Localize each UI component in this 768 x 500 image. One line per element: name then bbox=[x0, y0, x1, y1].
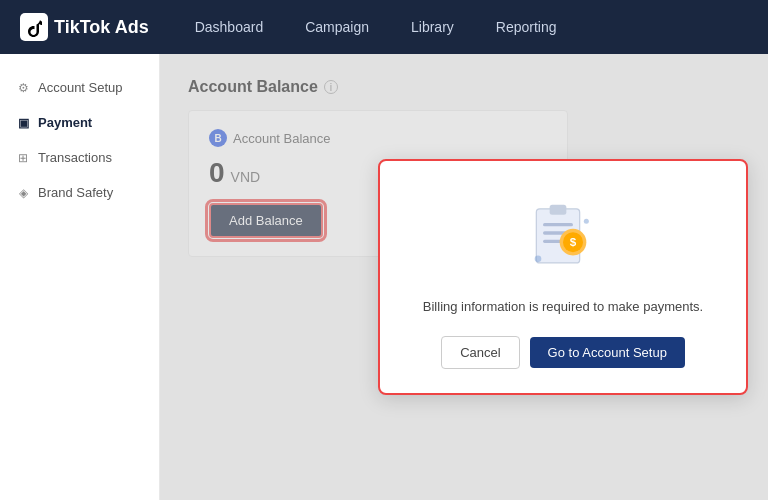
sidebar-item-payment[interactable]: ▣ Payment bbox=[0, 105, 159, 140]
sidebar: ⚙ Account Setup ▣ Payment ⊞ Transactions… bbox=[0, 54, 160, 500]
svg-rect-4 bbox=[543, 223, 573, 226]
shield-icon: ◈ bbox=[16, 186, 30, 200]
sidebar-item-label: Transactions bbox=[38, 150, 112, 165]
nav-dashboard[interactable]: Dashboard bbox=[189, 15, 270, 39]
logo: TikTok Ads bbox=[20, 13, 149, 41]
svg-point-10 bbox=[535, 256, 542, 263]
sidebar-item-account-setup[interactable]: ⚙ Account Setup bbox=[0, 70, 159, 105]
nav-reporting[interactable]: Reporting bbox=[490, 15, 563, 39]
sidebar-item-label: Payment bbox=[38, 115, 92, 130]
billing-illustration: $ bbox=[513, 193, 613, 283]
billing-dialog: $ Billing information is required to mak… bbox=[378, 159, 748, 395]
sidebar-item-transactions[interactable]: ⊞ Transactions bbox=[0, 140, 159, 175]
dialog-message: Billing information is required to make … bbox=[423, 299, 703, 314]
payment-icon: ▣ bbox=[16, 116, 30, 130]
svg-rect-3 bbox=[550, 205, 567, 215]
content-area: Account Balance i B Account Balance 0 VN… bbox=[160, 54, 768, 500]
overlay: $ Billing information is required to mak… bbox=[160, 54, 768, 500]
sidebar-item-brand-safety[interactable]: ◈ Brand Safety bbox=[0, 175, 159, 210]
sidebar-item-label: Account Setup bbox=[38, 80, 123, 95]
nav-library[interactable]: Library bbox=[405, 15, 460, 39]
nav-campaign[interactable]: Campaign bbox=[299, 15, 375, 39]
top-navigation: TikTok Ads Dashboard Campaign Library Re… bbox=[0, 0, 768, 54]
grid-icon: ⊞ bbox=[16, 151, 30, 165]
main-layout: ⚙ Account Setup ▣ Payment ⊞ Transactions… bbox=[0, 54, 768, 500]
goto-account-setup-button[interactable]: Go to Account Setup bbox=[530, 337, 685, 368]
svg-text:$: $ bbox=[570, 235, 577, 248]
gear-icon: ⚙ bbox=[16, 81, 30, 95]
cancel-button[interactable]: Cancel bbox=[441, 336, 519, 369]
logo-text: TikTok Ads bbox=[54, 17, 149, 38]
sidebar-item-label: Brand Safety bbox=[38, 185, 113, 200]
svg-point-11 bbox=[584, 219, 589, 224]
dialog-buttons: Cancel Go to Account Setup bbox=[441, 336, 685, 369]
